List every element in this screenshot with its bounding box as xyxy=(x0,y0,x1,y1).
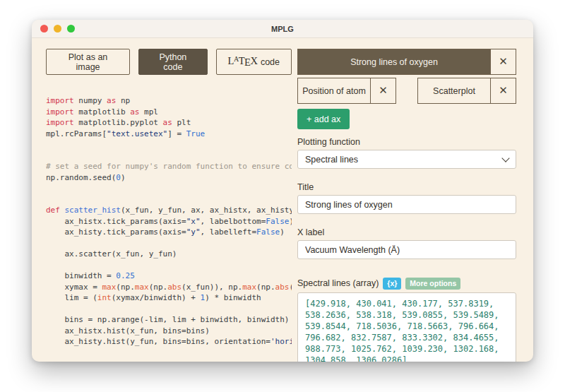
latex-logo: LATEX xyxy=(228,55,258,69)
code-line xyxy=(46,260,292,271)
latex-code-button[interactable]: LATEXcode xyxy=(216,49,292,75)
position-of-atom-tab-group: Position of atom ✕ xyxy=(297,78,396,104)
close-scatterplot-button[interactable]: ✕ xyxy=(490,78,516,103)
code-line: ax_histx.tick_params(axis="x", labelbott… xyxy=(46,216,292,227)
output-mode-toolbar: Plot as an image Python code LATEXcode xyxy=(46,49,292,75)
plotting-function-select[interactable]: Spectral lines xyxy=(297,150,516,169)
window-body: Plot as an image Python code LATEXcode i… xyxy=(32,38,533,362)
code-line: binwidth = 0.25 xyxy=(46,271,292,282)
code-line: import matplotlib as mpl xyxy=(46,107,292,118)
code-line: xymax = max(np.max(np.abs(x_fun)), np.ma… xyxy=(46,282,292,293)
code-line xyxy=(46,238,292,249)
tab-scatterplot[interactable]: Scatterplot xyxy=(418,78,490,103)
plot-as-image-button[interactable]: Plot as an image xyxy=(46,49,130,75)
x-label-label: X label xyxy=(297,228,516,237)
other-ax-tabs-row: Position of atom ✕ Scatterplot ✕ xyxy=(297,78,516,104)
array-textarea[interactable] xyxy=(297,292,516,362)
code-line xyxy=(46,139,292,150)
code-line: # set a seed for numpy's random function… xyxy=(46,161,292,172)
code-line xyxy=(46,183,292,194)
app-window: MPLG Plot as an image Python code LATEXc… xyxy=(32,20,533,362)
close-window-button[interactable] xyxy=(40,25,48,32)
code-line: ax_histy.hist(y_fun, bins=bins, orientat… xyxy=(46,336,292,348)
array-label-row: Spectral lines (array) {x} More options xyxy=(297,278,516,290)
zoom-window-button[interactable] xyxy=(67,25,75,32)
tab-strong-lines-of-oxygen[interactable]: Strong lines of oxygen xyxy=(298,49,490,74)
variable-badge-button[interactable]: {x} xyxy=(383,278,401,290)
code-line: ax.scatter(x_fun, y_fun) xyxy=(46,249,292,260)
plotting-function-label: Plotting function xyxy=(297,138,516,147)
title-label: Title xyxy=(297,183,516,192)
code-line: def scatter_hist(x_fun, y_fun, ax, ax_hi… xyxy=(46,205,292,216)
code-line xyxy=(46,150,292,162)
titlebar: MPLG xyxy=(32,20,533,38)
python-code-button[interactable]: Python code xyxy=(138,49,208,75)
code-panel: Plot as an image Python code LATEXcode i… xyxy=(46,49,292,362)
traffic-lights xyxy=(40,20,75,37)
more-options-button[interactable]: More options xyxy=(405,278,460,290)
close-active-ax-button[interactable]: ✕ xyxy=(490,49,516,74)
desktop: MPLG Plot as an image Python code LATEXc… xyxy=(0,0,565,392)
code-line xyxy=(46,194,292,206)
code-line: import matplotlib.pyplot as plt xyxy=(46,117,292,129)
tab-position-of-atom[interactable]: Position of atom xyxy=(298,78,370,103)
latex-code-suffix: code xyxy=(261,57,280,67)
code-line: bins = np.arange(-lim, lim + binwidth, b… xyxy=(46,314,292,326)
add-ax-button[interactable]: + add ax xyxy=(297,109,350,129)
title-input[interactable] xyxy=(297,195,516,214)
code-line xyxy=(46,304,292,315)
minimize-window-button[interactable] xyxy=(54,25,61,32)
x-label-input[interactable] xyxy=(297,240,516,259)
spectral-lines-array-label: Spectral lines (array) xyxy=(297,279,379,288)
code-line: np.random.seed(0) xyxy=(46,172,292,184)
close-position-of-atom-button[interactable]: ✕ xyxy=(370,78,396,103)
code-line: ax_histy.tick_params(axis="y", labelleft… xyxy=(46,227,292,238)
code-line: ax_histx.hist(x_fun, bins=bins) xyxy=(46,326,292,337)
axes-config-panel: Strong lines of oxygen ✕ Position of ato… xyxy=(297,49,516,362)
close-icon: ✕ xyxy=(499,57,508,67)
code-line: import numpy as np xyxy=(46,95,292,107)
latex-logo-x: X xyxy=(250,55,257,66)
close-icon: ✕ xyxy=(379,85,388,96)
code-line: lim = (int(xymax/binwidth) + 1) * binwid… xyxy=(46,292,292,304)
scatterplot-tab-group: Scatterplot ✕ xyxy=(417,78,516,104)
chevron-down-icon xyxy=(501,154,509,162)
plotting-function-value: Spectral lines xyxy=(305,155,358,165)
active-ax-tab-group: Strong lines of oxygen ✕ xyxy=(297,49,516,75)
code-line: mpl.rcParams["text.usetex"] = True xyxy=(46,129,292,140)
window-title: MPLG xyxy=(32,25,533,33)
close-icon: ✕ xyxy=(499,85,508,96)
code-editor: import numpy as npimport matplotlib as m… xyxy=(46,95,292,348)
